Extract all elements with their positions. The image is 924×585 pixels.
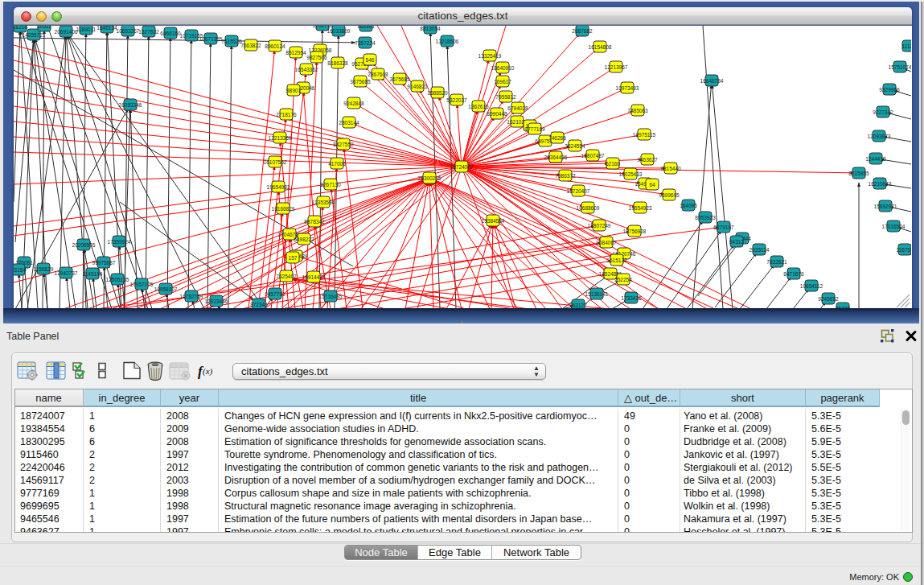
svg-text:3624554: 3624554 [565,143,585,149]
svg-text:2718176: 2718176 [276,112,297,117]
svg-text:5498222: 5498222 [294,237,314,242]
svg-text:169617: 169617 [494,79,511,84]
svg-text:9329966: 9329966 [879,87,900,93]
svg-text:17957275: 17957275 [130,282,154,287]
svg-text:12093873: 12093873 [868,134,891,139]
svg-text:13325419: 13325419 [478,53,502,59]
svg-text:9463627: 9463627 [637,157,658,163]
svg-text:9815440: 9815440 [660,166,681,171]
svg-text:10653267: 10653267 [117,28,140,34]
svg-text:12505135: 12505135 [106,277,129,282]
svg-text:19166829: 19166829 [272,206,295,212]
svg-text:18640910: 18640910 [491,65,515,71]
svg-text:1588520: 1588520 [427,90,448,96]
svg-text:7625402: 7625402 [276,274,297,279]
svg-text:16782759: 16782759 [180,294,203,299]
svg-text:7632621: 7632621 [766,259,787,265]
svg-text:18724007: 18724007 [450,164,474,170]
svg-text:26053346: 26053346 [119,102,142,108]
svg-text:10671355: 10671355 [199,36,223,42]
svg-text:1189011: 1189011 [76,27,97,32]
svg-text:15720407: 15720407 [567,188,590,194]
svg-text:417006: 417006 [328,161,346,167]
svg-text:16107552: 16107552 [264,159,287,165]
svg-text:20511: 20511 [37,26,51,29]
svg-text:8186328: 8186328 [327,60,348,66]
svg-text:2867608: 2867608 [368,72,388,77]
svg-text:2687682: 2687682 [572,28,593,34]
svg-text:10807487: 10807487 [581,153,605,159]
svg-text:25300295: 25300295 [418,175,441,181]
svg-text:8267130: 8267130 [320,182,341,187]
svg-text:11123: 11123 [901,43,911,49]
svg-text:9146821: 9146821 [407,84,428,89]
svg-text:2935114: 2935114 [749,247,770,253]
svg-text:12213967: 12213967 [605,64,628,70]
svg-text:6879197: 6879197 [713,225,734,230]
svg-text:12923446: 12923446 [205,299,228,304]
svg-text:7485063: 7485063 [627,108,648,113]
svg-text:9699695: 9699695 [659,192,680,198]
svg-text:20691406: 20691406 [55,29,78,35]
svg-text:3675685: 3675685 [350,79,371,84]
svg-text:10688609: 10688609 [577,205,600,211]
svg-text:9827506: 9827506 [306,55,327,60]
svg-text:14055721: 14055721 [23,32,46,38]
svg-text:62160: 62160 [606,161,620,167]
svg-text:8215955: 8215955 [848,171,869,176]
svg-text:9227342: 9227342 [873,109,893,115]
svg-text:10973493: 10973493 [616,85,639,91]
svg-text:1362615: 1362615 [468,104,489,109]
svg-text:17016504: 17016504 [882,224,906,229]
svg-text:963341: 963341 [357,26,375,29]
svg-text:7357224: 7357224 [355,40,376,46]
svg-text:13218506: 13218506 [436,39,459,44]
svg-text:116753: 116753 [896,247,911,253]
svg-text:8427552: 8427552 [333,142,354,147]
svg-text:8912954: 8912954 [285,50,306,56]
svg-text:7515526: 7515526 [221,39,242,44]
svg-text:6794028: 6794028 [507,105,528,111]
svg-text:15136141: 15136141 [585,291,609,297]
svg-text:(x): (x) [203,366,213,377]
svg-text:9457791: 9457791 [265,291,285,297]
svg-text:1615132: 1615132 [606,257,627,263]
svg-text:963127: 963127 [569,303,587,308]
svg-text:2803144: 2803144 [339,120,359,126]
svg-text:98901: 98901 [286,88,301,93]
svg-text:8990448: 8990448 [487,111,507,117]
svg-text:164095: 164095 [680,203,697,208]
svg-text:19384554: 19384554 [482,218,505,224]
svg-text:17359924: 17359924 [108,239,131,245]
svg-text:252254: 252254 [614,277,632,282]
svg-text:9777169: 9777169 [524,126,545,132]
svg-text:85236: 85236 [836,306,850,309]
svg-text:157: 157 [289,255,298,261]
svg-text:16543362: 16543362 [295,67,318,72]
svg-text:1646134: 1646134 [97,26,117,31]
svg-text:12975115: 12975115 [633,132,656,138]
svg-text:8878342: 8878342 [304,219,325,225]
svg-text:15716485: 15716485 [319,294,343,299]
svg-text:18216: 18216 [14,26,27,30]
svg-text:10025433: 10025433 [619,171,643,177]
svg-text:7955812: 7955812 [495,94,516,100]
svg-text:8960124: 8960124 [265,43,285,49]
svg-text:20364436: 20364436 [544,154,568,160]
svg-text:3675685: 3675685 [389,76,410,82]
svg-text:19654983: 19654983 [267,184,290,190]
svg-text:19756928: 19756928 [623,229,647,234]
svg-text:94312: 94312 [729,239,744,245]
svg-text:16033809: 16033809 [327,28,351,34]
svg-text:20206576: 20206576 [72,242,96,248]
svg-text:1145194: 1145194 [83,271,103,277]
svg-text:10958107: 10958107 [154,286,178,292]
svg-text:16648784: 16648784 [700,78,724,84]
svg-text:1156829: 1156829 [34,266,54,272]
svg-text:7663822: 7663822 [240,43,261,48]
svg-text:64: 64 [649,182,655,187]
svg-text:99975887: 99975887 [92,260,116,266]
svg-text:8813054: 8813054 [420,26,441,31]
svg-text:16210643: 16210643 [869,181,892,187]
svg-text:15751074: 15751074 [889,64,911,70]
